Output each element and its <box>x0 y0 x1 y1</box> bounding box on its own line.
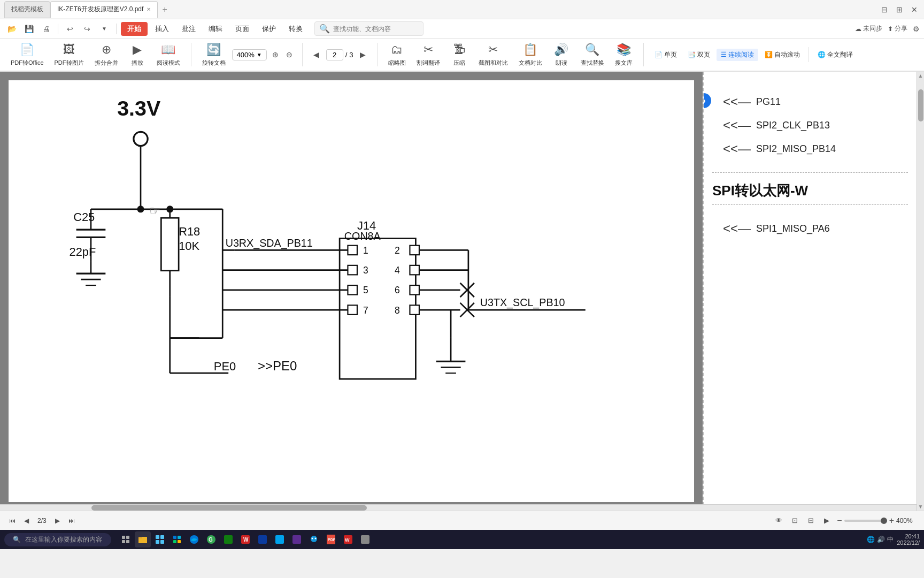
pdf-page: 3.3V C25 22pF <box>9 80 694 502</box>
continuous-read-button[interactable]: ☰ 连续阅读 <box>717 49 758 61</box>
play-button[interactable]: ▶ 播放 <box>125 41 150 69</box>
menu-annotate[interactable]: 批注 <box>176 22 201 36</box>
taskbar-app9-icon[interactable] <box>272 531 288 547</box>
taskbar-pdf-icon[interactable]: PDF <box>323 531 339 547</box>
read-button[interactable]: 🔊 朗读 <box>549 41 574 69</box>
zoom-out-button[interactable]: ⊖ <box>283 48 296 61</box>
taskbar-store-icon[interactable] <box>169 531 185 547</box>
next-page-button[interactable]: ▶ <box>356 47 371 62</box>
search-lib-button[interactable]: 📚 搜文库 <box>611 41 637 69</box>
restore-icon[interactable]: ⊟ <box>879 4 890 15</box>
translate-word-button[interactable]: ✂ 割词翻译 <box>412 41 444 69</box>
menu-page[interactable]: 页面 <box>230 22 255 36</box>
tab-1[interactable]: 找稻壳模板 <box>4 1 50 18</box>
pdf-to-image-button[interactable]: 🖼 PDF转图片 <box>50 41 88 69</box>
svg-rect-30 <box>410 265 419 275</box>
horizontal-scrollbar[interactable] <box>0 504 917 511</box>
menu-convert[interactable]: 转换 <box>283 22 308 36</box>
sync-button[interactable]: ☁ 未同步 <box>855 24 882 33</box>
save-icon[interactable]: 💾 <box>21 21 36 36</box>
taskbar-app11-icon[interactable] <box>357 531 373 547</box>
add-tab-button[interactable]: + <box>158 3 171 17</box>
ime-icon[interactable]: 中 <box>887 535 894 544</box>
taskbar-wps-icon[interactable]: W <box>340 531 356 547</box>
taskbar-taskview-icon[interactable] <box>152 531 168 547</box>
compress-button[interactable]: 🗜 压缩 <box>446 41 472 69</box>
fit-page-icon[interactable]: ⊡ <box>789 515 800 527</box>
signal-group-1: <<— PG11 <<— SPI2_CLK_PB13 <<— SPI2_MISO… <box>712 82 908 168</box>
open-icon[interactable]: 📂 <box>4 21 19 36</box>
pdf-area[interactable]: 3.3V C25 22pF <box>0 72 924 511</box>
share-button[interactable]: ⬆ 分享 <box>888 24 907 33</box>
split-merge-button[interactable]: ⊕ 拆分合并 <box>90 41 122 69</box>
taskbar-qq-icon[interactable] <box>306 531 322 547</box>
taskbar-app7-icon[interactable]: W <box>237 531 253 547</box>
svg-text:6: 6 <box>395 285 400 295</box>
page-input[interactable] <box>326 49 343 60</box>
close-window-icon[interactable]: ✕ <box>909 4 920 15</box>
vertical-scrollbar[interactable]: ▲ ▼ <box>917 72 924 511</box>
auto-scroll-button[interactable]: ⏬ 自动滚动 <box>760 49 804 61</box>
taskbar-app-icons: G W PDF W <box>118 531 373 547</box>
fit-width-icon[interactable]: ⊟ <box>805 515 817 527</box>
panel-toggle-button[interactable]: ● <box>703 93 711 108</box>
taskbar-app8-icon[interactable] <box>255 531 271 547</box>
taskbar-app10-icon[interactable] <box>289 531 305 547</box>
menu-protect[interactable]: 保护 <box>257 22 281 36</box>
svg-text:4: 4 <box>395 265 400 276</box>
network-icon[interactable]: 🌐 <box>867 536 875 543</box>
prev-page-nav-button[interactable]: ◀ <box>20 515 32 527</box>
menubar: 📂 💾 🖨 ↩ ↪ ▼ 开始 插入 批注 编辑 页面 保护 转换 🔍 ☁ 未同步… <box>0 19 924 39</box>
eye-view-icon[interactable]: 👁 <box>773 515 784 527</box>
search-box[interactable]: 🔍 <box>314 21 424 36</box>
taskbar-file-manager-icon[interactable] <box>135 531 151 547</box>
scroll-down-icon[interactable]: ▼ <box>918 504 923 509</box>
zoom-in-button[interactable]: ⊕ <box>269 48 282 61</box>
taskbar-app6-icon[interactable] <box>220 531 236 547</box>
taskbar-app5-icon[interactable]: G <box>203 531 219 547</box>
last-page-button[interactable]: ⏭ <box>66 515 78 527</box>
redo-icon[interactable]: ↪ <box>80 21 95 36</box>
settings-icon[interactable]: ⚙ <box>913 25 920 33</box>
thumbnail-button[interactable]: 🗂 缩略图 <box>384 41 410 69</box>
taskbar-edge-icon[interactable] <box>186 531 202 547</box>
svg-rect-84 <box>173 540 176 543</box>
print-icon[interactable]: 🖨 <box>38 21 53 36</box>
double-page-button[interactable]: 📑 双页 <box>683 49 714 61</box>
scroll-up-icon[interactable]: ▲ <box>918 73 923 79</box>
single-page-button[interactable]: 📄 单页 <box>650 49 681 61</box>
zoom-slider[interactable] <box>844 520 887 522</box>
redo-dropdown-icon[interactable]: ▼ <box>97 21 112 36</box>
find-replace-button[interactable]: 🔍 查找替换 <box>576 41 609 69</box>
signal-item-spi1miso: <<— SPI1_MISO_PA6 <box>723 219 908 238</box>
zoom-minus-button[interactable]: − <box>837 516 842 526</box>
doc-compare-button[interactable]: 📋 文档对比 <box>514 41 546 69</box>
svg-rect-73 <box>126 536 129 539</box>
play-view-icon[interactable]: ▶ <box>821 515 833 527</box>
full-translate-button[interactable]: 🌐 全文翻译 <box>813 49 857 61</box>
taskbar-multitask-icon[interactable] <box>118 531 134 547</box>
first-page-button[interactable]: ⏮ <box>6 515 18 527</box>
tab-2[interactable]: IK-ZET6开发板原理图V2.0.pdf ✕ <box>50 1 158 18</box>
close-tab-icon[interactable]: ✕ <box>147 6 151 12</box>
taskbar-search[interactable]: 🔍 在这里输入你要搜索的内容 <box>4 533 111 546</box>
read-mode-button[interactable]: 📖 阅读模式 <box>152 41 184 69</box>
volume-icon[interactable]: 🔊 <box>877 536 885 543</box>
taskbar-clock[interactable]: 20:41 2022/12/ <box>897 533 920 546</box>
scroll-thumb[interactable] <box>918 89 923 121</box>
next-page-nav-button[interactable]: ▶ <box>52 515 64 527</box>
search-input[interactable] <box>333 25 419 33</box>
rotate-doc-button[interactable]: 🔄 旋转文档 <box>198 41 230 69</box>
zoom-selector[interactable]: 400% ▼ <box>232 49 267 60</box>
svg-rect-26 <box>348 265 357 275</box>
start-button[interactable]: 开始 <box>121 22 148 36</box>
zoom-plus-button[interactable]: + <box>889 516 894 526</box>
pdf-to-office-button[interactable]: 📄 PDF转Office <box>6 41 48 69</box>
prev-page-button[interactable]: ◀ <box>309 47 324 62</box>
menu-insert[interactable]: 插入 <box>150 22 174 36</box>
maximize-icon[interactable]: ⊞ <box>894 4 905 15</box>
undo-icon[interactable]: ↩ <box>63 21 78 36</box>
hscroll-thumb[interactable] <box>91 505 366 511</box>
menu-edit[interactable]: 编辑 <box>203 22 228 36</box>
compare-button[interactable]: ✂ 截图和对比 <box>474 41 512 69</box>
